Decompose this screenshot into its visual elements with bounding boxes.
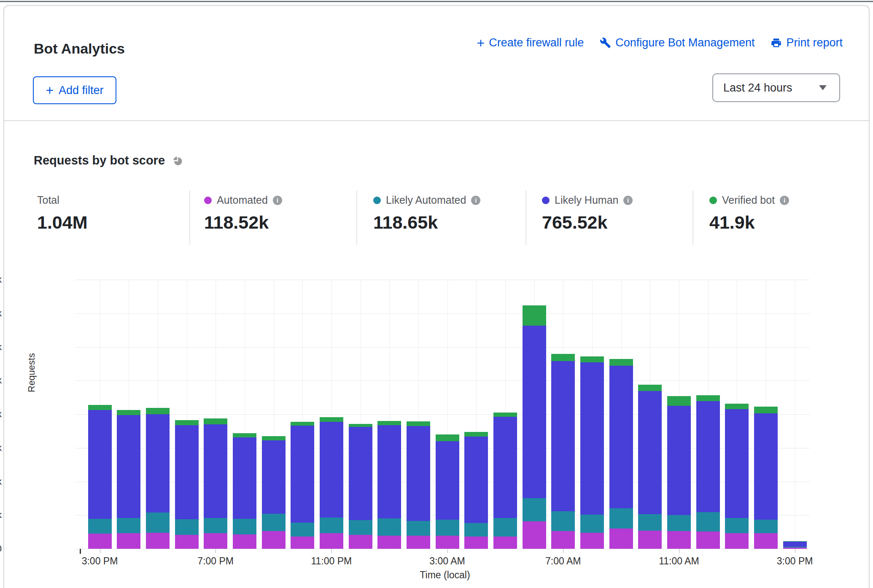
bar-segment-verified-bot[interactable] (551, 354, 575, 361)
bar-segment-likely-automated[interactable] (551, 511, 575, 531)
bar-segment-verified-bot[interactable] (175, 420, 199, 425)
configure-bot-management-link[interactable]: Configure Bot Management (600, 36, 754, 49)
bar-segment-likely-automated[interactable] (349, 520, 372, 534)
bar-segment-automated[interactable] (88, 534, 112, 549)
bar-segment-automated[interactable] (725, 533, 749, 549)
bar-segment-automated[interactable] (493, 537, 517, 549)
bar-segment-automated[interactable] (754, 533, 778, 549)
bar-segment-likely-automated[interactable] (667, 515, 691, 531)
bar-segment-verified-bot[interactable] (667, 396, 691, 406)
bar-segment-automated[interactable] (638, 531, 662, 549)
bar-segment-likely-human[interactable] (609, 366, 633, 508)
bar-segment-likely-human[interactable] (464, 437, 488, 523)
bar-segment-verified-bot[interactable] (320, 417, 343, 422)
bar-segment-automated[interactable] (696, 531, 720, 549)
bar-segment-verified-bot[interactable] (233, 433, 256, 437)
bar-segment-likely-human[interactable] (436, 441, 459, 520)
bar-segment-likely-human[interactable] (320, 422, 343, 517)
bar-segment-verified-bot[interactable] (117, 410, 140, 415)
bar-segment-likely-human[interactable] (377, 425, 401, 518)
add-filter-button[interactable]: + Add filter (33, 76, 116, 104)
bar-segment-likely-human[interactable] (146, 414, 170, 512)
bar-segment-likely-human[interactable] (204, 424, 227, 518)
bar-segment-automated[interactable] (580, 533, 604, 549)
bar-segment-likely-human[interactable] (349, 427, 372, 521)
bar-segment-automated[interactable] (175, 535, 199, 549)
bar-segment-likely-automated[interactable] (580, 515, 604, 533)
bar-segment-likely-automated[interactable] (754, 520, 778, 533)
bar-segment-automated[interactable] (262, 531, 286, 549)
bar-segment-likely-human[interactable] (88, 410, 112, 519)
bar-segment-verified-bot[interactable] (464, 432, 488, 437)
print-report-link[interactable]: Print report (771, 36, 843, 49)
bar-segment-verified-bot[interactable] (436, 434, 459, 441)
bar-segment-likely-human[interactable] (638, 391, 662, 514)
bar-segment-likely-human[interactable] (523, 326, 546, 498)
bar-segment-automated[interactable] (609, 529, 633, 549)
bar-segment-likely-human[interactable] (551, 361, 575, 511)
bar-segment-likely-automated[interactable] (204, 518, 227, 534)
bar-segment-likely-human[interactable] (291, 426, 314, 523)
info-icon[interactable]: i (471, 196, 480, 205)
bar-segment-verified-bot[interactable] (754, 407, 778, 413)
info-icon[interactable]: i (623, 196, 633, 205)
bar-segment-automated[interactable] (667, 531, 691, 549)
bar-segment-likely-automated[interactable] (88, 519, 112, 534)
bar-segment-likely-human[interactable] (233, 437, 256, 519)
bar-segment-likely-automated[interactable] (291, 523, 314, 537)
bar-segment-verified-bot[interactable] (638, 385, 662, 391)
bar-segment-verified-bot[interactable] (377, 421, 401, 425)
info-icon[interactable]: i (780, 196, 789, 205)
bar-segment-verified-bot[interactable] (609, 359, 633, 366)
bar-segment-likely-human[interactable] (262, 440, 286, 514)
bar-segment-likely-human[interactable] (783, 542, 807, 547)
time-range-dropdown[interactable]: Last 24 hours (712, 73, 840, 102)
bar-segment-verified-bot[interactable] (783, 541, 807, 542)
bar-segment-likely-human[interactable] (493, 417, 517, 518)
bar-segment-likely-human[interactable] (580, 362, 604, 514)
bar-segment-likely-automated[interactable] (609, 508, 633, 529)
bar-segment-likely-automated[interactable] (638, 514, 662, 531)
bar-segment-likely-automated[interactable] (725, 518, 749, 533)
bar-segment-verified-bot[interactable] (88, 405, 112, 410)
bar-segment-verified-bot[interactable] (493, 413, 517, 417)
bar-segment-likely-automated[interactable] (262, 514, 286, 531)
bar-segment-likely-automated[interactable] (523, 498, 546, 521)
bar-segment-likely-automated[interactable] (320, 518, 343, 533)
bar-segment-automated[interactable] (551, 531, 575, 549)
bar-segment-automated[interactable] (117, 533, 140, 549)
bar-segment-automated[interactable] (204, 533, 227, 549)
bar-segment-automated[interactable] (146, 533, 170, 549)
bar-segment-verified-bot[interactable] (146, 408, 170, 414)
bar-segment-likely-automated[interactable] (407, 521, 430, 536)
bar-segment-verified-bot[interactable] (580, 356, 604, 362)
bar-segment-automated[interactable] (464, 537, 488, 549)
bar-segment-automated[interactable] (783, 548, 807, 549)
bar-segment-verified-bot[interactable] (204, 418, 227, 424)
create-firewall-rule-link[interactable]: + Create firewall rule (477, 36, 584, 49)
bar-segment-likely-human[interactable] (754, 413, 778, 520)
bar-segment-automated[interactable] (523, 521, 546, 549)
bar-segment-likely-automated[interactable] (493, 518, 517, 537)
bar-segment-verified-bot[interactable] (262, 436, 286, 440)
bar-segment-verified-bot[interactable] (349, 424, 372, 426)
bar-segment-likely-human[interactable] (725, 409, 749, 518)
bar-segment-automated[interactable] (233, 534, 256, 549)
bar-segment-likely-automated[interactable] (377, 518, 401, 536)
bar-segment-likely-automated[interactable] (783, 547, 807, 548)
bar-segment-likely-automated[interactable] (233, 519, 256, 534)
bar-segment-likely-automated[interactable] (464, 523, 488, 537)
bar-segment-verified-bot[interactable] (725, 404, 749, 410)
bar-segment-likely-automated[interactable] (146, 512, 170, 533)
bar-segment-verified-bot[interactable] (407, 421, 430, 426)
bar-segment-likely-automated[interactable] (436, 520, 459, 536)
bar-segment-likely-human[interactable] (696, 401, 720, 512)
bar-segment-likely-human[interactable] (667, 406, 691, 515)
bar-segment-likely-automated[interactable] (117, 518, 140, 534)
bar-segment-likely-human[interactable] (117, 415, 140, 518)
bar-segment-automated[interactable] (377, 536, 401, 549)
bar-segment-verified-bot[interactable] (523, 305, 546, 326)
bar-segment-automated[interactable] (320, 533, 343, 549)
bar-segment-automated[interactable] (291, 537, 314, 549)
bar-segment-likely-automated[interactable] (175, 519, 199, 535)
